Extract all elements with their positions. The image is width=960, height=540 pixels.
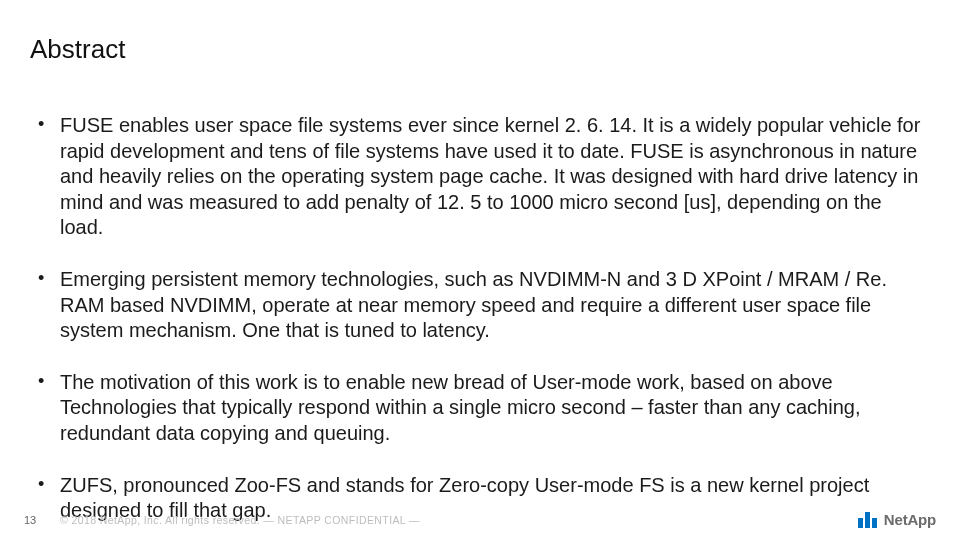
bullet-item: FUSE enables user space file systems eve… <box>30 113 930 241</box>
netapp-logo-text: NetApp <box>884 511 936 528</box>
bullet-item: The motivation of this work is to enable… <box>30 370 930 447</box>
bullet-item: Emerging persistent memory technologies,… <box>30 267 930 344</box>
slide-title: Abstract <box>30 34 930 65</box>
netapp-logo-icon <box>858 512 880 528</box>
copyright-text: © 2018 NetApp, Inc. All rights reserved.… <box>60 514 420 526</box>
bullet-list: FUSE enables user space file systems eve… <box>30 113 930 524</box>
netapp-logo: NetApp <box>858 511 936 528</box>
page-number: 13 <box>24 514 36 526</box>
footer: 13 © 2018 NetApp, Inc. All rights reserv… <box>0 506 960 526</box>
slide: Abstract FUSE enables user space file sy… <box>0 0 960 540</box>
